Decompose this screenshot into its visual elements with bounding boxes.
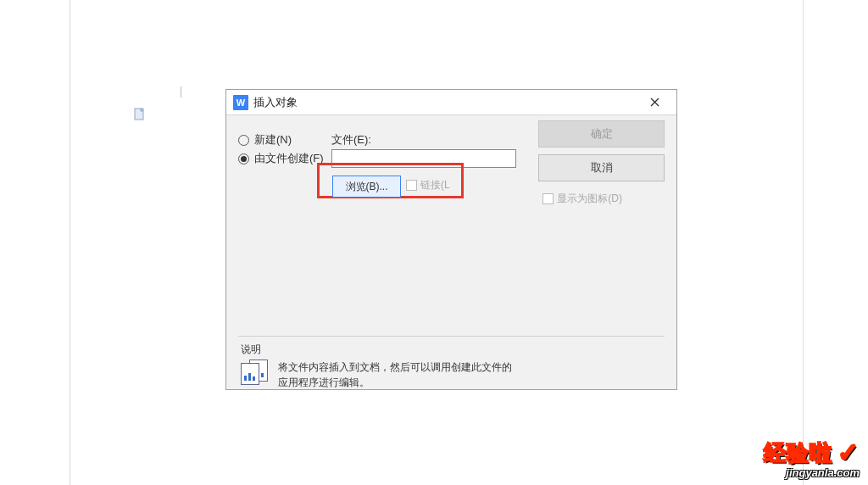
dialog-titlebar: W 插入对象 — [226, 90, 676, 115]
cancel-button[interactable]: 取消 — [538, 154, 665, 181]
link-checkbox[interactable] — [406, 180, 417, 191]
doc-link-icon — [134, 108, 146, 121]
watermark-title: 经验啦 ✓ — [764, 440, 860, 465]
description-text: 将文件内容插入到文档，然后可以调用创建此文件的应用程序进行编辑。 — [278, 360, 515, 390]
dialog-title: 插入对象 — [253, 95, 639, 110]
close-icon — [650, 98, 659, 107]
browse-button[interactable]: 浏览(B)... — [332, 176, 401, 198]
description-row: 将文件内容插入到文档，然后可以调用创建此文件的应用程序进行编辑。 — [241, 360, 515, 390]
watermark-title-text: 经验啦 — [764, 442, 832, 464]
radio-from-file-label: 由文件创建(F) — [254, 151, 324, 166]
app-icon: W — [233, 95, 248, 110]
ruler-tick — [165, 86, 216, 102]
check-icon: ✓ — [837, 440, 860, 465]
close-button[interactable] — [639, 90, 670, 115]
show-as-icon-row: 显示为图标(D) — [542, 192, 622, 206]
dialog-buttons: 确定 取消 — [538, 120, 665, 181]
create-mode-radio-group: 新建(N) 由文件创建(F) — [238, 129, 324, 170]
description-heading: 说明 — [241, 343, 261, 357]
file-path-input[interactable] — [331, 149, 516, 168]
dialog-body: 新建(N) 由文件创建(F) 文件(E): 浏览(B)... 链接(L 确定 取… — [226, 115, 676, 389]
watermark: 经验啦 ✓ jingyanla.com — [764, 440, 860, 478]
radio-from-file[interactable]: 由文件创建(F) — [238, 151, 324, 166]
watermark-url: jingyanla.com — [764, 467, 860, 478]
radio-new-label: 新建(N) — [254, 132, 292, 148]
ok-button[interactable]: 确定 — [538, 120, 665, 148]
radio-dot-icon — [241, 156, 247, 162]
link-checkbox-row: 链接(L — [406, 178, 450, 192]
radio-icon — [238, 153, 249, 164]
link-checkbox-label: 链接(L — [420, 178, 450, 192]
description-icon — [241, 360, 271, 385]
radio-new[interactable]: 新建(N) — [238, 132, 324, 148]
insert-object-dialog: W 插入对象 新建(N) 由文件创建(F) 文件(E): 浏览(B)... 链接… — [225, 89, 677, 390]
radio-icon — [238, 135, 249, 146]
file-field-label: 文件(E): — [331, 132, 371, 148]
show-as-icon-checkbox[interactable] — [542, 193, 554, 204]
separator — [238, 336, 665, 337]
show-as-icon-label: 显示为图标(D) — [557, 192, 622, 206]
